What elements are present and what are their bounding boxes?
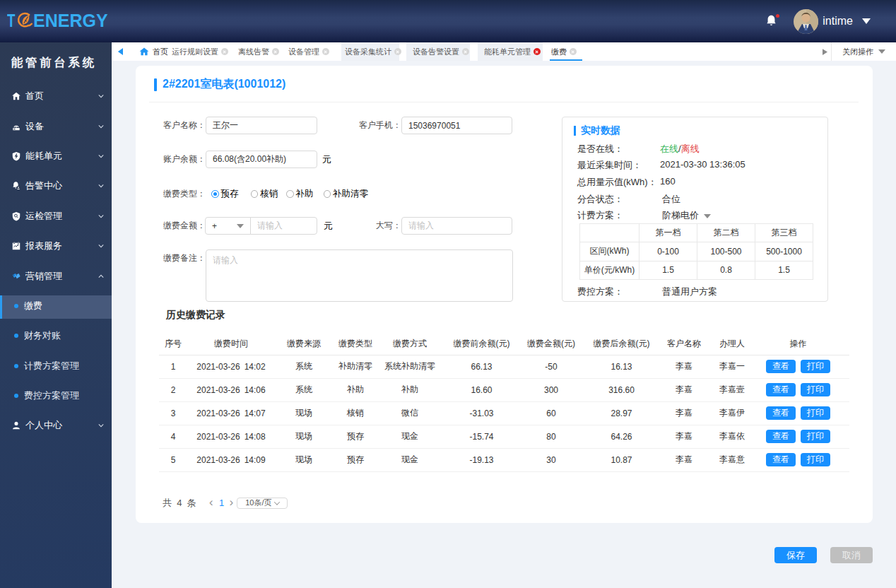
svg-text:ENERGY: ENERGY xyxy=(33,11,108,30)
svg-text:T: T xyxy=(7,11,16,30)
